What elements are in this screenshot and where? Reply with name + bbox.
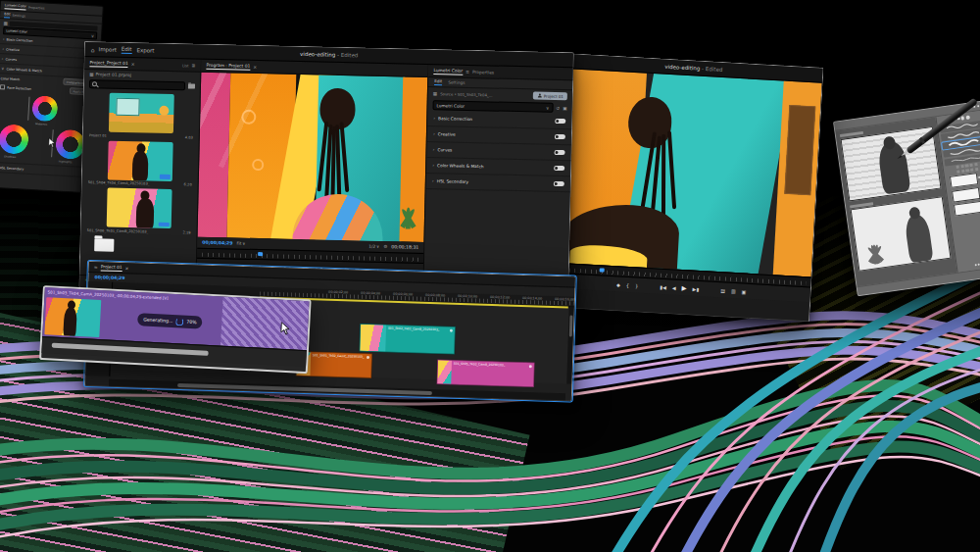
subtab-edit[interactable]: Edit [434, 78, 442, 85]
subject-body [132, 151, 149, 181]
tab-lumetri-color[interactable]: Lumetri Color [433, 68, 463, 75]
clip-thumbnail [44, 297, 101, 337]
thumbnail-badge [159, 222, 170, 226]
section-basic-correction[interactable]: Basic Correction [7, 37, 33, 42]
project-item[interactable]: Project 01 4:03 [89, 92, 194, 139]
lift-button[interactable]: ▤ [720, 287, 725, 293]
midtones-slider[interactable] [27, 97, 29, 121]
window-shape [116, 98, 140, 117]
layer-thumbnail[interactable] [954, 201, 980, 217]
tab-timeline[interactable]: Project 01 [101, 264, 122, 272]
bin-folder[interactable] [94, 238, 114, 251]
section-basic-correction[interactable]: Basic Correction [438, 116, 472, 122]
clip-icon: ▦ [4, 21, 9, 25]
face-detection-checkbox[interactable] [0, 84, 6, 90]
clip-thumbnail [107, 188, 172, 228]
fx-badge [450, 329, 453, 332]
program-monitor: Program : Project 01 × [196, 60, 428, 294]
clip-thumbnail [108, 140, 173, 180]
settings-icon[interactable]: ⚙ [383, 244, 387, 249]
person-sketch [904, 213, 934, 263]
fx-badge [367, 356, 369, 359]
chevron-down-icon: ∨ [1, 66, 5, 71]
midtones-wheel[interactable] [31, 95, 58, 122]
mark-in-button[interactable]: { [626, 281, 630, 287]
section-hsl-secondary[interactable]: HSL Secondary [0, 166, 24, 171]
playhead-marker[interactable] [600, 268, 605, 273]
window2-program-image [554, 69, 822, 276]
subtab-edit[interactable]: Edit [4, 12, 11, 18]
project-item[interactable]: S01_Sh06_Tk01_CamB_20250103_ 2:19 [87, 187, 192, 234]
brush-size-icon[interactable] [961, 117, 965, 121]
section-color-wheels[interactable]: Color Wheels & Match [437, 163, 484, 169]
chevron-down-icon: ∨ [91, 33, 95, 38]
tab-program[interactable]: Program : Project 01 [206, 62, 250, 70]
prev-edit-button[interactable]: ◀ [672, 284, 676, 290]
clip-label: S01_Sh02_Tk01_CamB_20250103_ [385, 326, 441, 354]
storyboard-frame-2[interactable] [851, 196, 952, 272]
timeline-clip-magenta[interactable]: S01_Sh05_Tk02_CamA_20250103_ [436, 359, 535, 387]
timeline-clip-teal[interactable]: S01_Sh02_Tk01_CamB_20250103_ [359, 324, 456, 355]
section-curves[interactable]: Curves [5, 57, 17, 62]
extract-button[interactable]: ▥ [731, 287, 736, 293]
export-frame-icon[interactable]: ▣ [563, 106, 566, 111]
next-edit-button[interactable]: ▶▮ [693, 285, 700, 291]
subject-body [136, 198, 154, 228]
midtones-label: Midtones [35, 122, 47, 126]
close-icon[interactable]: × [125, 266, 129, 271]
fit-dropdown[interactable]: Fit ∨ [236, 241, 245, 246]
toggle-curves[interactable] [554, 150, 564, 156]
mouse-cursor [280, 322, 291, 336]
tab-lumetri-color[interactable]: Lumetri Color [5, 3, 27, 10]
layer-thumbnail[interactable] [950, 173, 978, 188]
subtab-settings[interactable]: Settings [448, 79, 465, 84]
clip-icon: ▦ [433, 91, 437, 96]
folder-icon[interactable] [188, 83, 195, 88]
clip-thumbnail [360, 325, 386, 352]
tab-project[interactable]: Project_Project 01 [89, 60, 127, 68]
play-button[interactable]: ▶ [682, 284, 687, 292]
source-target-button[interactable]: Project 01 [533, 91, 567, 100]
shadows-wheel[interactable] [0, 124, 29, 155]
list-view-label[interactable]: List [182, 63, 189, 68]
tab-properties[interactable]: Properties [472, 69, 494, 75]
section-color-wheels[interactable]: Color Wheels & Match [6, 67, 42, 73]
mark-out-button[interactable]: } [635, 282, 639, 288]
tab-properties[interactable]: Properties [28, 5, 45, 10]
playhead-marker[interactable] [258, 252, 263, 257]
section-hsl-secondary[interactable]: HSL Secondary [437, 178, 469, 184]
menu-icon[interactable]: ≡ [466, 69, 469, 74]
decor-shape [159, 106, 169, 116]
search-input[interactable] [89, 79, 185, 90]
layer-thumbnail[interactable] [952, 187, 980, 203]
program-duration: 00;00;18;31 [391, 244, 418, 250]
ruler-label: 00;00;02;00 [328, 290, 348, 295]
ruler-label: 00;00;06;00 [393, 292, 413, 297]
menu-icon[interactable]: ≡ [94, 265, 98, 270]
project-item[interactable]: S01_Sh04_Tk04_CamA_20250103_ 6:20 [88, 140, 193, 187]
ruler-label: 00;00;16;00 [555, 297, 574, 302]
list-icon: ≣ [192, 63, 196, 68]
export-frame-button[interactable]: ▣ [742, 288, 747, 294]
toggle-hsl-secondary[interactable] [554, 181, 564, 187]
section-curves[interactable]: Curves [437, 147, 452, 152]
reset-icon[interactable]: ↺ [556, 105, 560, 110]
subtab-settings[interactable]: Settings [12, 13, 25, 18]
toggle-basic-correction[interactable] [555, 119, 565, 125]
generating-status-badge: Generating... 70% [137, 313, 203, 328]
section-creative[interactable]: Creative [438, 131, 456, 136]
brush-size-icon[interactable] [965, 116, 969, 120]
toggle-creative[interactable] [555, 134, 565, 140]
video-editing-window-2: video-editing - Edited ◆ { } ▮◀ ◀ ▶ ▶▮ ▤… [550, 53, 823, 322]
playback-resolution-dropdown[interactable]: 1/2 ∨ [368, 244, 379, 249]
section-creative[interactable]: Creative [6, 47, 20, 52]
marker-button[interactable]: ◆ [616, 281, 620, 287]
toggle-color-wheels[interactable] [554, 166, 564, 172]
vertical-scrollbar[interactable] [566, 307, 573, 383]
chevron-down-icon: ∨ [376, 244, 379, 249]
close-icon[interactable]: × [253, 64, 257, 69]
close-icon[interactable]: × [131, 62, 135, 67]
sidebar-footer-icons[interactable] [959, 258, 980, 270]
storyboard-window [833, 101, 980, 297]
step-back-button[interactable]: ▮◀ [660, 283, 666, 289]
